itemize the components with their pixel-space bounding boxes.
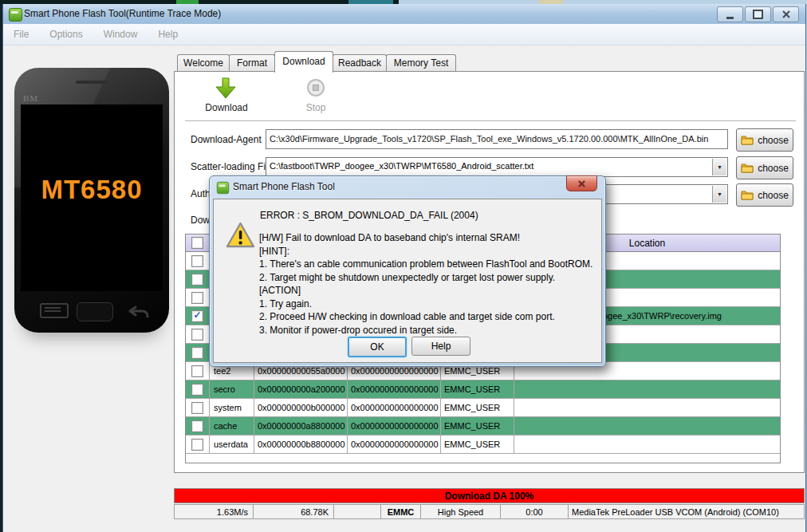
tab-readback[interactable]: Readback xyxy=(333,54,387,72)
download-mode-dropdown[interactable]: Dow xyxy=(191,215,210,226)
location-cell xyxy=(514,435,780,453)
help-button[interactable]: Help xyxy=(411,337,470,356)
partition-checkbox[interactable] xyxy=(191,310,203,322)
tab-download[interactable]: Download xyxy=(274,51,333,73)
scatter-file-combobox[interactable]: C:\fastboot\TWRP_doogee_x30\TWRP\MT6580_… xyxy=(266,157,728,177)
auth-choose-button[interactable]: choose xyxy=(736,183,793,207)
partition-checkbox[interactable] xyxy=(191,347,203,359)
progress-label: Download DA 100% xyxy=(445,491,534,502)
auth-file-label: Auth xyxy=(191,188,211,199)
download-agent-input[interactable]: C:\x30d\Firmware_Upgrade_Tools_v1720\SP_… xyxy=(266,129,728,149)
phone-screen: MT6580 xyxy=(21,104,163,291)
status-elapsed-time: 0:00 xyxy=(501,504,569,519)
scatter-choose-button[interactable]: choose xyxy=(736,156,793,179)
menu-window[interactable]: Window xyxy=(93,24,148,45)
location-cell xyxy=(514,380,780,398)
tab-strip: Welcome Format Download Readback Memory … xyxy=(174,51,805,72)
maximize-button[interactable] xyxy=(745,6,771,22)
table-row[interactable]: secro0x000000000a2000000x000000000000000… xyxy=(186,380,780,399)
tab-format[interactable]: Format xyxy=(229,54,275,72)
dialog-message: [H/W] Fail to download DA to baseband ch… xyxy=(259,231,596,337)
dialog-message-line: 2. Proceed H/W checking in download cabl… xyxy=(259,310,596,324)
window-title: Smart Phone Flash Tool(Runtime Trace Mod… xyxy=(24,8,221,19)
checkbox-cell xyxy=(186,362,210,380)
dialog-close-button[interactable] xyxy=(566,175,597,191)
begin-address-cell: 0x000000000a200000 xyxy=(254,380,348,398)
end-address-cell: 0x0000000000000000 xyxy=(348,380,441,398)
folder-icon xyxy=(741,135,754,145)
partition-checkbox[interactable] xyxy=(191,255,203,267)
minimize-button[interactable] xyxy=(717,6,743,22)
dialog-message-line: 1. There's an cable communication proble… xyxy=(259,258,596,271)
partition-checkbox[interactable] xyxy=(191,292,203,304)
checkbox-cell xyxy=(186,417,210,435)
status-usb-mode: High Speed xyxy=(421,504,501,519)
partition-checkbox[interactable] xyxy=(191,274,203,286)
partition-checkbox[interactable] xyxy=(191,329,203,341)
partition-checkbox[interactable] xyxy=(191,365,203,377)
phone-speaker xyxy=(76,81,108,84)
phone-preview-panel: BM MT6580 xyxy=(4,45,175,532)
menu-options[interactable]: Options xyxy=(39,24,93,45)
dialog-message-line: [ACTION] xyxy=(259,284,596,298)
download-button[interactable]: Download xyxy=(200,102,253,113)
partition-checkbox[interactable] xyxy=(191,420,203,432)
partition-checkbox[interactable] xyxy=(191,439,203,451)
choose-button-label: choose xyxy=(758,163,789,174)
progress-bar: Download DA 100% xyxy=(174,488,805,503)
status-bar: 1.63M/s 68.78K EMMC High Speed 0:00 Medi… xyxy=(174,504,805,519)
dialog-message-line: 1. Try again. xyxy=(259,298,596,311)
checkbox-cell xyxy=(186,344,210,361)
choose-button-label: choose xyxy=(758,190,789,201)
partition-name-cell: system xyxy=(210,399,254,416)
folder-icon xyxy=(741,163,754,173)
download-agent-choose-button[interactable]: choose xyxy=(736,128,793,152)
begin-address-cell: 0x00000000b8800000 xyxy=(254,435,348,453)
checkbox-cell xyxy=(186,399,210,416)
chevron-down-icon: ▼ xyxy=(717,164,722,170)
stop-button[interactable]: Stop xyxy=(292,102,340,113)
end-address-cell: 0x0000000000000000 xyxy=(348,417,441,435)
table-row[interactable]: cache0x00000000a88000000x000000000000000… xyxy=(186,417,780,435)
auth-dropdown-button[interactable]: ▼ xyxy=(712,186,726,203)
scatter-file-value: C:\fastboot\TWRP_doogee_x30\TWRP\MT6580_… xyxy=(270,161,711,171)
folder-icon xyxy=(741,190,754,200)
table-row[interactable]: system0x000000000b0000000x00000000000000… xyxy=(186,399,780,417)
phone-brand-label: BM xyxy=(23,93,38,103)
phone-image: BM MT6580 xyxy=(14,68,169,333)
region-cell: EMMC_USER xyxy=(441,380,514,398)
begin-address-cell: 0x00000000a8800000 xyxy=(254,417,348,435)
scatter-dropdown-button[interactable]: ▼ xyxy=(712,159,726,175)
tab-welcome[interactable]: Welcome xyxy=(177,54,230,72)
menu-file[interactable]: File xyxy=(3,24,39,45)
checkbox-cell xyxy=(186,289,210,306)
dialog-message-line: 2. Target might be shutdown unexpectedly… xyxy=(259,271,596,285)
table-row[interactable]: userdata0x00000000b88000000x000000000000… xyxy=(186,435,780,454)
select-all-cell xyxy=(186,234,210,251)
checkbox-cell xyxy=(186,270,210,288)
partition-checkbox[interactable] xyxy=(191,384,203,396)
partition-name-cell: cache xyxy=(210,417,254,435)
close-icon xyxy=(578,180,585,187)
status-speed: 1.63M/s xyxy=(174,504,254,519)
download-arrow-icon xyxy=(215,77,236,99)
phone-menu-icon xyxy=(40,303,69,318)
region-cell: EMMC_USER xyxy=(441,399,514,416)
close-button[interactable] xyxy=(773,6,799,22)
phone-back-icon xyxy=(128,305,150,320)
select-all-checkbox[interactable] xyxy=(191,237,203,249)
dialog-message-line: 3. Monitor if power-drop occured in targ… xyxy=(259,324,596,337)
close-icon xyxy=(782,10,790,18)
begin-address-cell: 0x000000000b000000 xyxy=(254,399,348,416)
dialog-message-line: [HINT]: xyxy=(259,245,596,258)
menu-help[interactable]: Help xyxy=(148,24,188,45)
warning-icon xyxy=(226,222,255,249)
ok-button[interactable]: OK xyxy=(348,337,407,357)
maximize-icon xyxy=(753,10,763,19)
partition-checkbox[interactable] xyxy=(191,402,203,414)
dialog-app-icon xyxy=(217,182,229,194)
checkbox-cell xyxy=(186,307,210,325)
dialog-title: Smart Phone Flash Tool xyxy=(233,181,335,192)
status-bytes: 68.78K xyxy=(254,504,334,519)
tab-memory-test[interactable]: Memory Test xyxy=(386,54,456,72)
